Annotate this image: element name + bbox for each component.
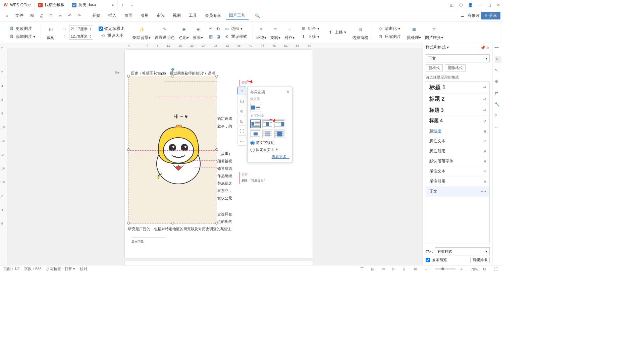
tab-start[interactable]: 开始 [89, 11, 104, 20]
style-heading4[interactable]: 标题 4↵ [426, 116, 489, 126]
lock-ratio-checkbox[interactable]: 锁定纵横比 [99, 26, 125, 32]
add-image-button[interactable]: 🖼添加图片▾ [7, 33, 37, 40]
align-button[interactable]: ⫞对齐▾ [283, 24, 296, 41]
style-endnote-text[interactable]: 尾注文本↵ [426, 166, 489, 177]
convert-button[interactable]: ⇄图片转换▾ [424, 24, 444, 41]
page-layout-icon[interactable]: ▯ [403, 267, 409, 271]
tab-member[interactable]: 会员专享 [202, 11, 224, 20]
tab-list-button[interactable]: ⌄ [127, 0, 137, 10]
print-icon[interactable]: 🖨 [38, 12, 46, 20]
pin-icon[interactable]: 📌 [480, 45, 485, 50]
clear-format-button[interactable]: 清除格式 [445, 64, 466, 71]
preview-checkbox[interactable] [426, 258, 430, 262]
style-endnote-ref[interactable]: 尾注引用a [426, 177, 489, 187]
reflection-icon[interactable]: ◪ [215, 34, 221, 40]
zoom-slider[interactable] [435, 268, 455, 269]
crop-button[interactable]: ◰裁剪 [45, 24, 56, 41]
close-icon[interactable]: ✕ [286, 90, 289, 95]
style-default-font[interactable]: 默认段落字体a [426, 156, 489, 166]
zoom-level[interactable]: 70% [471, 267, 478, 271]
cloud-icon[interactable]: ☁ [458, 12, 466, 20]
move-up-button[interactable]: ⬆上移▾ [326, 29, 347, 36]
wrap-inline[interactable] [250, 103, 261, 111]
wrap-square[interactable] [250, 119, 261, 128]
expand-button[interactable]: ⛶ [237, 127, 246, 136]
zoom-button[interactable]: ⊕ [237, 107, 246, 115]
settings-icon[interactable]: ⚙ [495, 79, 501, 86]
new-style-button[interactable]: 新样式 [426, 64, 443, 71]
remove-bg-button[interactable]: ✨抠除背景▾ [131, 24, 152, 41]
app-tab[interactable]: W WPS Office [0, 0, 35, 10]
save-icon[interactable]: 🖫 [28, 12, 36, 20]
selection-pane-button[interactable]: ▥选择窗格 [351, 24, 370, 41]
reset-style-button[interactable]: ⟲重设样式 [222, 33, 249, 40]
word-count[interactable]: 字数：588 [24, 266, 41, 271]
smart-layout-button[interactable]: 智能排版 [470, 257, 490, 263]
play-icon[interactable]: ▷ [392, 267, 398, 271]
new-tab-button[interactable]: ＋ [118, 0, 127, 10]
maximize-button[interactable]: ▢ [484, 0, 494, 10]
contrast-icon[interactable]: ◐ [215, 26, 221, 32]
shadow-icon[interactable]: ▦ [208, 34, 214, 40]
cut-icon[interactable]: ✂ [56, 12, 64, 20]
user-avatar-icon[interactable]: 👤 [466, 0, 475, 10]
spellcheck-status[interactable]: 拼写检查：打开 ▾ [46, 266, 75, 271]
wrap-through[interactable] [274, 119, 285, 128]
minimize-panel-icon[interactable]: — [495, 45, 501, 52]
cube-icon[interactable]: ⬡ [456, 0, 466, 10]
tools-icon[interactable]: 🔧 [495, 102, 501, 109]
minimize-button[interactable]: — [475, 0, 484, 10]
share-button[interactable]: ⇪ 分享 [481, 12, 500, 19]
help-icon[interactable]: ? [495, 113, 501, 120]
style-heading1[interactable]: 标题 1↵ [426, 82, 489, 94]
paragraph-handle-icon[interactable]: ⊞▾ [115, 69, 120, 76]
current-style-dropdown[interactable]: 正文▾ [426, 54, 490, 62]
height-input[interactable]: 12.70厘米▲▼ [69, 33, 93, 40]
tab-page[interactable]: 页面 [121, 11, 136, 20]
reading-view-icon[interactable]: ▭ [382, 267, 388, 271]
close-button[interactable]: ✕ [494, 0, 503, 10]
style-heading2[interactable]: 标题 2↵ [426, 94, 489, 105]
nav-pane-icon[interactable]: ▤ [371, 267, 377, 271]
move-down-button[interactable]: ⬇下移▾ [299, 33, 321, 40]
transparent-color-button[interactable]: ✎设置透明色 [153, 24, 176, 41]
more-panel-icon[interactable]: ⋯ [495, 125, 501, 132]
transfer-icon[interactable]: ⇄ [495, 91, 501, 97]
wrap-button[interactable]: ≡环绕▾ [255, 24, 268, 41]
color-button[interactable]: ◉色彩▾ [177, 24, 190, 41]
fit-page-icon[interactable]: ⊡ [483, 267, 489, 271]
style-hyperlink[interactable]: 超链接a [426, 126, 489, 136]
wrap-topbottom[interactable] [250, 130, 261, 138]
radio-move-with-text[interactable]: 随文字移动 [250, 140, 289, 145]
page-2[interactable] [125, 261, 313, 265]
window-split-icon[interactable]: ◫ [447, 0, 456, 10]
tab-templates[interactable]: D 找稻壳模板 [35, 0, 68, 10]
tab-reference[interactable]: 引用 [137, 11, 152, 20]
batch-button[interactable]: ▦批处理▾ [406, 24, 422, 41]
view-mode-icon[interactable]: ☰ [360, 267, 366, 271]
proofread-status[interactable]: 校对 [80, 266, 87, 271]
crop-tool-button[interactable]: ◰ [237, 97, 246, 105]
combine-button[interactable]: ⊞组合▾ [299, 25, 321, 32]
redo-icon[interactable]: ↷ [75, 12, 83, 20]
compress-button[interactable]: ⊡压缩图片 [376, 33, 402, 40]
style-footnote-text[interactable]: 脚注文本↵ [426, 136, 489, 146]
fullscreen-icon[interactable]: ⛶ [494, 267, 500, 271]
layout-options-button[interactable]: ≡ [237, 87, 246, 95]
rotate-button[interactable]: ⟳旋转▾ [269, 24, 282, 41]
web-layout-icon[interactable]: ⊞ [414, 267, 420, 271]
border-button[interactable]: ▭边框▾ [222, 25, 244, 32]
zoom-in-icon[interactable]: + [460, 267, 466, 271]
tab-tools[interactable]: 工具 [185, 11, 200, 20]
width-input[interactable]: 21.17厘米▲▼ [69, 26, 93, 32]
close-panel-icon[interactable]: ✕ [486, 45, 490, 50]
see-more-link[interactable]: 查看更多... [250, 154, 289, 159]
style-list[interactable]: 标题 1↵ 标题 2↵ 标题 3↵ 标题 4↵ 超链接a 脚注文本↵ 脚注引用a… [426, 81, 490, 244]
document-canvas[interactable]: 44 81216 202428 323640 444852 5660 ⊞▾ 历史… [7, 43, 423, 265]
search-icon[interactable]: 🔍 [253, 12, 261, 20]
style-body[interactable]: 正文↵ ▾ [426, 187, 489, 197]
page-indicator[interactable]: 页面：1/2 [3, 266, 19, 271]
print-preview-icon[interactable]: 🗋 [47, 12, 55, 20]
tab-document[interactable]: W 历史.docx ● [68, 0, 118, 10]
effect-button[interactable]: ◈效果▾ [192, 24, 204, 41]
